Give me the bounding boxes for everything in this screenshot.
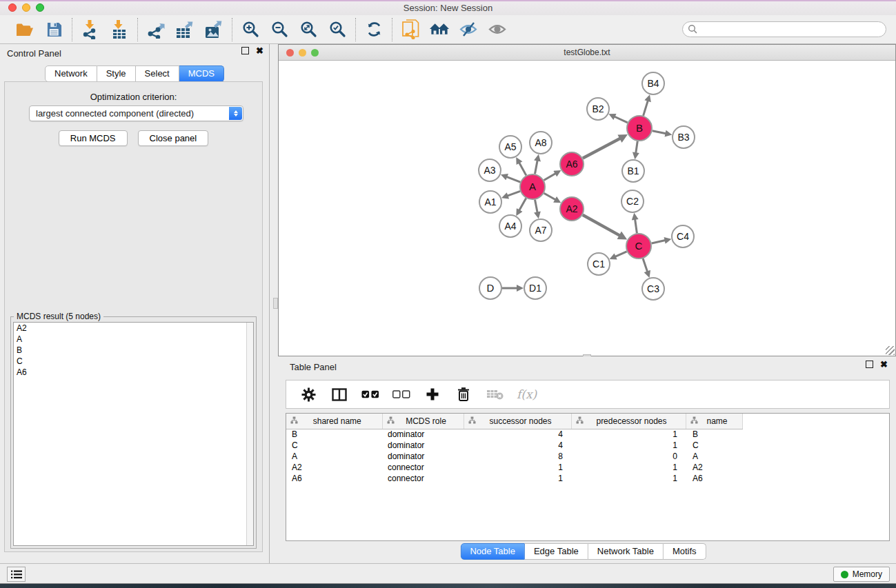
new-network-from-selection-icon[interactable]: [400, 19, 421, 40]
edge-A-A4[interactable]: [519, 199, 526, 211]
add-column-icon[interactable]: [424, 385, 441, 403]
result-item[interactable]: A6: [14, 367, 253, 378]
edge-C-C1[interactable]: [615, 252, 627, 257]
tab-network-table[interactable]: Network Table: [588, 543, 664, 560]
edge-B-B4[interactable]: [644, 101, 648, 116]
export-network-icon[interactable]: [146, 19, 166, 40]
zoom-in-icon[interactable]: [240, 19, 261, 40]
cell[interactable]: C: [286, 440, 382, 451]
export-table-icon[interactable]: [175, 19, 195, 40]
optimization-criterion-select[interactable]: largest connected component (directed): [29, 105, 243, 121]
cell[interactable]: B: [686, 429, 742, 440]
cell[interactable]: 4: [464, 429, 571, 440]
column-header-shared-name[interactable]: shared name: [286, 414, 382, 429]
column-header-predecessor-nodes[interactable]: predecessor nodes: [571, 414, 686, 429]
edge-A-A1[interactable]: [507, 191, 520, 196]
tab-node-table[interactable]: Node Table: [460, 543, 525, 560]
memory-button[interactable]: Memory: [833, 567, 890, 582]
table-row[interactable]: Cdominator41C: [286, 440, 742, 451]
cell[interactable]: connector: [382, 473, 464, 484]
delete-table-icon[interactable]: [486, 385, 504, 403]
result-item[interactable]: B: [14, 345, 253, 356]
table-row[interactable]: A2connector11A2: [286, 462, 742, 473]
save-session-icon[interactable]: [43, 19, 64, 40]
edge-B-B3[interactable]: [653, 131, 666, 134]
delete-columns-icon[interactable]: [455, 385, 472, 403]
cell[interactable]: A6: [286, 473, 382, 484]
table-settings-icon[interactable]: [299, 385, 317, 403]
edge-B-B1[interactable]: [636, 141, 638, 153]
cell[interactable]: A6: [686, 473, 742, 484]
cell[interactable]: 0: [571, 451, 686, 462]
cell[interactable]: 1: [571, 429, 686, 440]
network-canvas[interactable]: AA1A2A3A4A5A6A7A8BB1B2B3B4CC1C2C3C4DD1: [279, 61, 895, 356]
cell[interactable]: C: [686, 440, 742, 451]
task-history-button[interactable]: [7, 567, 26, 582]
column-header-successor-nodes[interactable]: successor nodes: [464, 414, 571, 429]
column-header-MCDS-role[interactable]: MCDS role: [382, 414, 464, 429]
cell[interactable]: 1: [571, 462, 686, 473]
edge-C-C3[interactable]: [643, 258, 648, 272]
edge-A-A7[interactable]: [535, 200, 538, 213]
edge-A-A8[interactable]: [535, 161, 538, 174]
cell[interactable]: dominator: [382, 429, 464, 440]
apply-preferred-layout-icon[interactable]: [364, 19, 384, 40]
tab-style[interactable]: Style: [97, 65, 136, 82]
cell[interactable]: 1: [571, 440, 686, 451]
close-panel-icon[interactable]: ✖: [256, 47, 263, 54]
float-panel-icon[interactable]: [241, 47, 249, 54]
show-columns-icon[interactable]: [330, 385, 348, 403]
cell[interactable]: 1: [464, 473, 571, 484]
window-resize-grip[interactable]: [886, 346, 895, 355]
session-home-icon[interactable]: [429, 19, 450, 40]
cell[interactable]: A2: [286, 462, 382, 473]
edge-A-A2[interactable]: [544, 193, 556, 199]
result-list-scrollbar[interactable]: [246, 323, 253, 545]
cell[interactable]: connector: [382, 462, 464, 473]
network-canvas-svg[interactable]: AA1A2A3A4A5A6A7A8BB1B2B3B4CC1C2C3C4DD1: [279, 61, 895, 356]
result-item[interactable]: A: [14, 334, 253, 345]
table-row[interactable]: Adominator80A: [286, 451, 742, 462]
cell[interactable]: 1: [464, 462, 571, 473]
export-image-icon[interactable]: [203, 19, 224, 40]
import-table-from-file-icon[interactable]: [109, 19, 130, 40]
tab-select[interactable]: Select: [136, 65, 179, 82]
tab-motifs[interactable]: Motifs: [664, 543, 706, 560]
zoom-fit-content-icon[interactable]: [298, 19, 319, 40]
cell[interactable]: dominator: [382, 440, 464, 451]
result-item[interactable]: A2: [14, 323, 253, 334]
cell[interactable]: B: [286, 429, 382, 440]
table-row[interactable]: A6connector11A6: [286, 473, 742, 484]
edge-A-A5[interactable]: [519, 163, 526, 176]
tab-mcds[interactable]: MCDS: [179, 65, 224, 82]
edge-B-B2[interactable]: [615, 116, 628, 123]
show-hide-graphics-details-icon[interactable]: [458, 19, 479, 40]
close-table-panel-icon[interactable]: ✖: [880, 361, 888, 368]
birds-eye-view-icon[interactable]: [487, 19, 508, 40]
splitter-handle-left[interactable]: [273, 298, 278, 309]
unselect-all-columns-icon[interactable]: [392, 385, 410, 403]
cell[interactable]: A: [686, 451, 742, 462]
edge-A-A3[interactable]: [506, 176, 520, 182]
function-builder-icon[interactable]: f(x): [517, 387, 537, 401]
zoom-selected-region-icon[interactable]: [327, 19, 348, 40]
search-input[interactable]: [682, 21, 886, 37]
cell[interactable]: 1: [571, 473, 686, 484]
edge-C-C2[interactable]: [635, 219, 637, 233]
cell[interactable]: 4: [464, 440, 571, 451]
cell[interactable]: dominator: [382, 451, 464, 462]
result-item[interactable]: C: [14, 356, 253, 367]
table-row[interactable]: Bdominator41B: [286, 429, 742, 440]
node-table[interactable]: shared nameMCDS rolesuccessor nodesprede…: [286, 413, 890, 541]
close-panel-button[interactable]: Close panel: [138, 130, 209, 146]
cell[interactable]: 8: [464, 451, 571, 462]
open-file-icon[interactable]: [14, 19, 35, 40]
select-all-columns-icon[interactable]: [361, 385, 379, 403]
edge-A-A6[interactable]: [544, 174, 555, 181]
tab-network[interactable]: Network: [45, 65, 97, 82]
zoom-out-icon[interactable]: [269, 19, 290, 40]
import-network-from-file-icon[interactable]: [80, 19, 101, 40]
edge-A6-B[interactable]: [583, 139, 621, 159]
cell[interactable]: A2: [686, 462, 742, 473]
float-table-panel-icon[interactable]: [866, 361, 873, 368]
